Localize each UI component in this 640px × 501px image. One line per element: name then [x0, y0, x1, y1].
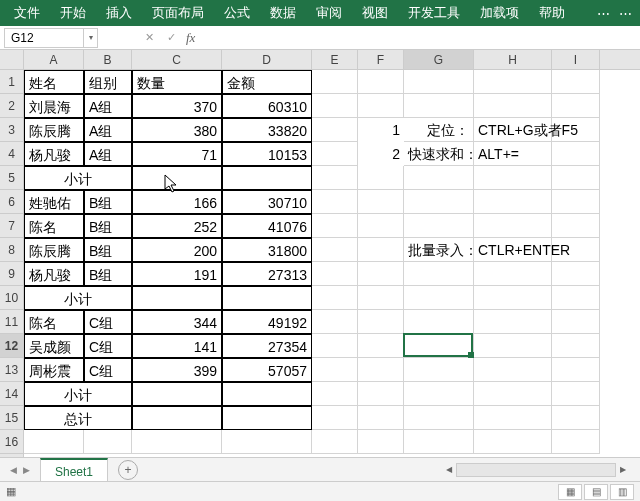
cell-A3[interactable]: 陈辰腾 [24, 118, 84, 142]
cell-G10[interactable] [404, 286, 474, 310]
cell-H13[interactable] [474, 358, 552, 382]
cell-A11[interactable]: 陈名 [24, 310, 84, 334]
cell-H9[interactable] [474, 262, 552, 286]
cell-F13[interactable] [358, 358, 404, 382]
row-header-13[interactable]: 13 [0, 358, 23, 382]
cell-I9[interactable] [552, 262, 600, 286]
cell-I1[interactable] [552, 70, 600, 94]
cell-E9[interactable] [312, 262, 358, 286]
cell-C3[interactable]: 380 [132, 118, 222, 142]
cell-E6[interactable] [312, 190, 358, 214]
row-header-12[interactable]: 12 [0, 334, 23, 358]
ribbon-tab-公式[interactable]: 公式 [214, 0, 260, 26]
cell-E5[interactable] [312, 166, 358, 190]
cell-I4[interactable] [552, 142, 600, 166]
cell-I6[interactable] [552, 190, 600, 214]
cell-C9[interactable]: 191 [132, 262, 222, 286]
cell-F11[interactable] [358, 310, 404, 334]
confirm-formula-icon[interactable]: ✓ [160, 28, 182, 48]
cell-C1[interactable]: 数量 [132, 70, 222, 94]
cell-A2[interactable]: 刘晨海 [24, 94, 84, 118]
cell-C15[interactable] [132, 406, 222, 430]
cell-G6[interactable] [404, 190, 474, 214]
ribbon-tab-开发工具[interactable]: 开发工具 [398, 0, 470, 26]
row-header-11[interactable]: 11 [0, 310, 23, 334]
ribbon-tab-帮助[interactable]: 帮助 [529, 0, 575, 26]
cell-I11[interactable] [552, 310, 600, 334]
column-header-G[interactable]: G [404, 50, 474, 69]
cell-A9[interactable]: 杨凡骏 [24, 262, 84, 286]
cell-F14[interactable] [358, 382, 404, 406]
formula-bar[interactable] [203, 28, 640, 48]
cell-I2[interactable] [552, 94, 600, 118]
cell-F6[interactable] [358, 190, 404, 214]
cell-C10[interactable] [132, 286, 222, 310]
ribbon-tab-开始[interactable]: 开始 [50, 0, 96, 26]
cell-C12[interactable]: 141 [132, 334, 222, 358]
cell-H11[interactable] [474, 310, 552, 334]
ribbon-tab-数据[interactable]: 数据 [260, 0, 306, 26]
cell-D15[interactable] [222, 406, 312, 430]
ribbon-tab-审阅[interactable]: 审阅 [306, 0, 352, 26]
cell-F12[interactable] [358, 334, 404, 358]
cell-D11[interactable]: 49192 [222, 310, 312, 334]
cell-G5[interactable] [404, 166, 474, 190]
cell-A1[interactable]: 姓名 [24, 70, 84, 94]
cell-A15[interactable]: 总计 [24, 406, 132, 430]
column-header-E[interactable]: E [312, 50, 358, 69]
cell-F2[interactable] [358, 94, 404, 118]
cell-B12[interactable]: C组 [84, 334, 132, 358]
cell-A8[interactable]: 陈辰腾 [24, 238, 84, 262]
cell-E11[interactable] [312, 310, 358, 334]
cell-A7[interactable]: 陈名 [24, 214, 84, 238]
cell-F4[interactable]: 2 [358, 142, 404, 166]
cell-E16[interactable] [312, 430, 358, 454]
cell-B8[interactable]: B组 [84, 238, 132, 262]
select-all-corner[interactable] [0, 50, 24, 69]
cell-F7[interactable] [358, 214, 404, 238]
row-header-10[interactable]: 10 [0, 286, 23, 310]
cell-G9[interactable] [404, 262, 474, 286]
cell-H10[interactable] [474, 286, 552, 310]
row-header-7[interactable]: 7 [0, 214, 23, 238]
cell-G7[interactable] [404, 214, 474, 238]
cell-B1[interactable]: 组别 [84, 70, 132, 94]
cell-H7[interactable] [474, 214, 552, 238]
row-header-14[interactable]: 14 [0, 382, 23, 406]
cell-E7[interactable] [312, 214, 358, 238]
view-page-layout-button[interactable]: ▤ [584, 484, 608, 500]
cell-G8[interactable]: 批量录入： [404, 238, 474, 262]
hscroll-right-icon[interactable]: ▶ [616, 463, 630, 477]
column-header-F[interactable]: F [358, 50, 404, 69]
cell-I14[interactable] [552, 382, 600, 406]
cell-F9[interactable] [358, 262, 404, 286]
cell-I13[interactable] [552, 358, 600, 382]
cell-D2[interactable]: 60310 [222, 94, 312, 118]
column-header-H[interactable]: H [474, 50, 552, 69]
cell-C2[interactable]: 370 [132, 94, 222, 118]
row-header-4[interactable]: 4 [0, 142, 23, 166]
cell-I16[interactable] [552, 430, 600, 454]
cell-H14[interactable] [474, 382, 552, 406]
cell-D13[interactable]: 57057 [222, 358, 312, 382]
cell-H4[interactable]: ALT+= [474, 142, 552, 166]
cell-C14[interactable] [132, 382, 222, 406]
cell-I15[interactable] [552, 406, 600, 430]
cell-D3[interactable]: 33820 [222, 118, 312, 142]
cancel-formula-icon[interactable]: ✕ [138, 28, 160, 48]
cell-H12[interactable] [474, 334, 552, 358]
view-page-break-button[interactable]: ▥ [610, 484, 634, 500]
name-box-dropdown[interactable]: ▾ [84, 28, 98, 48]
add-sheet-button[interactable]: + [118, 460, 138, 480]
ribbon-tab-页面布局[interactable]: 页面布局 [142, 0, 214, 26]
cell-C11[interactable]: 344 [132, 310, 222, 334]
cell-B9[interactable]: B组 [84, 262, 132, 286]
cell-E14[interactable] [312, 382, 358, 406]
name-box[interactable] [4, 28, 84, 48]
cell-E12[interactable] [312, 334, 358, 358]
cell-B11[interactable]: C组 [84, 310, 132, 334]
cell-D8[interactable]: 31800 [222, 238, 312, 262]
cell-G11[interactable] [404, 310, 474, 334]
cell-D7[interactable]: 41076 [222, 214, 312, 238]
cell-H15[interactable] [474, 406, 552, 430]
